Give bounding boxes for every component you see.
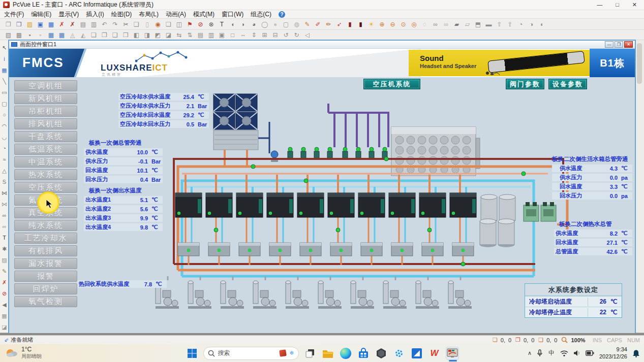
align-left-icon[interactable]: ◧ (131, 30, 142, 40)
paste-style-icon[interactable]: ❐ (99, 30, 110, 40)
menu-item[interactable]: 布局(L) (139, 10, 159, 19)
grid-show-icon[interactable]: ▦ (46, 30, 56, 40)
forbid-tool-icon[interactable]: ⊘ (1, 288, 9, 299)
close-button[interactable]: ✕ (632, 2, 637, 8)
menu-item[interactable]: 绘图(D) (111, 10, 132, 19)
stop-icon[interactable]: ⊘ (195, 20, 206, 29)
valve-params-button[interactable]: 阀门参数 (506, 79, 544, 89)
select-marquee-icon[interactable]: ▧ (3, 30, 14, 40)
setting-row[interactable]: 冷却塔启动温度26℃ (525, 296, 622, 307)
ungroup-icon[interactable]: □ (227, 30, 238, 40)
bulb-icon[interactable]: ☀ (366, 20, 377, 29)
screen-light-icon[interactable]: ▱ (462, 20, 473, 29)
delete-icon[interactable]: ✗ (56, 20, 67, 29)
sidebar-system-button[interactable]: 报警 (14, 271, 77, 282)
edge-browser-icon[interactable] (339, 347, 352, 360)
text-tool-icon[interactable]: T (217, 20, 227, 29)
polygon-tool-icon[interactable]: △ (1, 165, 9, 176)
frame-tool-icon[interactable]: ◪ (1, 321, 9, 333)
save-all-icon[interactable]: ▦ (46, 20, 56, 29)
grid-snap-icon[interactable]: ▦ (56, 30, 67, 40)
keypad-tool-icon[interactable]: ▦ (1, 310, 9, 321)
sidebar-system-button[interactable]: 吊柜机组 (14, 106, 77, 117)
help-icon[interactable]: ? (279, 11, 285, 18)
save-icon[interactable]: ▣ (35, 20, 46, 29)
new-template-icon[interactable]: ❒ (14, 20, 24, 29)
send-run-icon[interactable]: ➶ (334, 20, 345, 29)
menu-item[interactable]: 动画(A) (166, 10, 186, 19)
sphere-icon[interactable]: ◯ (259, 20, 270, 29)
loop2-tool-icon[interactable]: ∞ (1, 221, 9, 232)
roundrect-tool-icon[interactable]: ▢ (1, 98, 9, 109)
sidebar-system-button[interactable]: 中温系统 (14, 156, 77, 168)
duplicate-icon[interactable]: ❑ (110, 30, 120, 40)
duplicate-offset-icon[interactable]: ❒ (120, 30, 131, 40)
sidebar-system-button[interactable]: 新风机组 (14, 93, 77, 104)
bowtie2-tool-icon[interactable]: ⋈ (1, 199, 9, 210)
dock-top-icon[interactable]: ⬒ (473, 20, 483, 29)
rotate-right-icon[interactable]: ↻ (291, 30, 302, 40)
sidebar-system-button[interactable]: 空调机组 (14, 80, 77, 91)
align-right-icon[interactable]: ◨ (142, 30, 152, 40)
zoom-out-icon[interactable]: ⊖ (387, 20, 398, 29)
select-lasso-icon[interactable]: ▩ (14, 30, 24, 40)
minimize-button[interactable]: — (597, 2, 602, 8)
callout-arrow-icon[interactable]: ◕ (249, 20, 259, 29)
redo-icon[interactable]: ↷ (110, 20, 120, 29)
book-red-icon[interactable]: ▮ (345, 20, 355, 29)
task-view-button[interactable] (303, 347, 317, 360)
sidebar-system-button[interactable]: 漏水报警 (14, 258, 77, 269)
start-button[interactable] (186, 347, 199, 360)
unlock-icon[interactable]: ▫ (35, 30, 46, 40)
menu-item[interactable]: 插入(I) (86, 10, 104, 19)
script-tool-icon[interactable]: ✎ (1, 266, 9, 277)
globe-icon[interactable]: ◍ (291, 20, 302, 29)
align-top-icon[interactable]: ◩ (152, 30, 163, 40)
panel-tool-icon[interactable]: ▦ (1, 64, 9, 76)
strip-icon[interactable]: ▬ (483, 20, 494, 29)
horn-tool-icon[interactable]: ◀ (1, 299, 9, 310)
menu-item[interactable]: 编辑(E) (31, 10, 51, 19)
polyline-tool-icon[interactable]: ≈ (1, 154, 9, 165)
zoom-free-icon[interactable]: ◌ (419, 20, 430, 29)
monitor-mode-icon[interactable]: ◐ (537, 20, 547, 29)
zoom-in-icon[interactable]: ⊕ (377, 20, 387, 29)
chord-tool-icon[interactable]: ◡ (1, 131, 9, 143)
sidebar-system-button[interactable]: 纯水系统 (14, 220, 77, 231)
sidebar-system-button[interactable]: 干盘系统 (14, 131, 77, 142)
ellipse-tool-icon[interactable]: ○ (1, 109, 9, 120)
sidebar-system-button[interactable]: 热水系统 (14, 169, 77, 180)
sidebar-system-button[interactable]: 回焊炉 (14, 283, 77, 294)
print-preview-icon[interactable]: ▤ (78, 20, 88, 29)
flag-icon[interactable]: ⚑ (185, 20, 195, 29)
copy-icon[interactable]: ❑ (131, 20, 142, 29)
zoom-page-icon[interactable]: ◎ (409, 20, 419, 29)
blue-corner-app-icon[interactable] (410, 347, 423, 360)
same-width-icon[interactable]: ⇔ (238, 30, 249, 40)
ime-indicator[interactable]: 中 (548, 348, 555, 358)
bezier-tool-icon[interactable]: S (1, 176, 9, 187)
pcvue-taskbar-icon[interactable] (446, 347, 459, 360)
zoom-window-icon[interactable]: ⊙ (398, 20, 409, 29)
import-icon[interactable]: ⇧ (494, 20, 505, 29)
same-size-icon[interactable]: ⊞ (259, 30, 270, 40)
cut-icon[interactable]: ✂ (120, 20, 131, 29)
back-icon[interactable]: ◁ (302, 30, 313, 40)
flip-horizontal-icon[interactable]: ◬ (67, 30, 78, 40)
file-explorer-icon[interactable] (321, 347, 334, 360)
setting-row[interactable]: 冷却塔停止温度22℃ (525, 307, 622, 317)
paste-icon[interactable]: ▯ (142, 20, 152, 29)
rect-tool-icon[interactable]: ▭ (1, 87, 9, 98)
page-icon[interactable]: ▢ (281, 20, 291, 29)
speaker-icon[interactable] (573, 350, 580, 356)
line-tool-icon[interactable]: ╲ (1, 76, 9, 87)
callout-icon[interactable]: ◖ (227, 20, 238, 29)
animation-tool-icon[interactable]: ✱ (1, 243, 9, 254)
distribute-v-icon[interactable]: ⇅ (185, 30, 195, 40)
browser-window-icon[interactable]: ◫ (174, 20, 185, 29)
image-window-icon[interactable]: ❏ (163, 20, 174, 29)
text-insert-icon[interactable]: T (1, 232, 9, 243)
image-tool-icon[interactable]: ▨ (1, 254, 9, 266)
distribute-h-icon[interactable]: ⇆ (174, 30, 185, 40)
print-icon[interactable]: ▥ (88, 20, 99, 29)
